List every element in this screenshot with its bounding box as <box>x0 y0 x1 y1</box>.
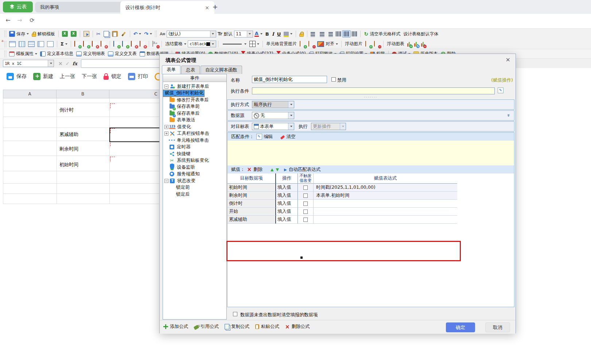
cancel-button[interactable]: 取消 <box>485 322 510 332</box>
redo-button[interactable]: ↷ <box>143 30 153 38</box>
tab-form[interactable]: 表单 <box>162 65 180 74</box>
tree-item-before-lock[interactable]: 锁定前 <box>163 184 226 191</box>
row-operation[interactable]: 填入值 <box>276 192 298 200</box>
tree-item-modify-open[interactable]: 修改打开表单后 <box>163 97 226 103</box>
no-trigger-checkbox[interactable] <box>303 210 308 214</box>
tree-item-assign-init[interactable]: 赋值_倒计时初始化 <box>163 90 226 97</box>
distribute-1-button[interactable] <box>334 31 342 37</box>
align-center-button[interactable] <box>318 31 326 38</box>
expand-chevrons-icon[interactable]: » <box>506 114 512 117</box>
tree-item-new-open[interactable]: −新建打开表单后 <box>163 83 226 90</box>
tree-item-toolbar-click[interactable]: +工具栏按钮单击 <box>163 130 226 137</box>
font-name-combo[interactable]: (默认) <box>167 31 216 38</box>
expand-toggle-icon[interactable]: + <box>164 132 168 136</box>
browser-tab-design-template[interactable]: 设计模板:倒计时 × <box>120 1 214 14</box>
insert-function-button[interactable]: fx <box>71 60 79 67</box>
clear-on-empty-checkbox[interactable] <box>233 312 237 316</box>
cell-label-remaining[interactable]: 剩余时间 <box>59 146 78 152</box>
delete-column-button[interactable]: × <box>138 40 147 48</box>
tree-item-clipboard-change[interactable]: ✂系统剪贴板变化 <box>163 157 226 164</box>
split-cells-button[interactable] <box>17 40 27 48</box>
delete-formula-button[interactable]: ×删除公式 <box>285 324 310 330</box>
form-next-button[interactable]: 下一张 <box>80 73 98 81</box>
ok-button[interactable]: 确定 <box>446 322 475 332</box>
row-item[interactable]: 初始时间 <box>228 184 276 192</box>
align-right-button[interactable] <box>326 31 334 38</box>
define-base-info-button[interactable]: 定义基本信息 <box>39 50 75 58</box>
collapse-toggle-icon[interactable]: − <box>164 179 168 183</box>
unlock-template-button[interactable]: 解锁模板 <box>30 30 57 38</box>
define-detail-table-button[interactable]: 定义明细表 <box>75 50 106 58</box>
float-image-remove-button[interactable]: − <box>373 40 381 48</box>
tab-custom-script[interactable]: 自定义脚本函数 <box>201 66 242 74</box>
paste-button[interactable] <box>110 30 119 38</box>
delete-cell-button[interactable]: × <box>90 40 99 48</box>
expand-toggle-icon[interactable]: + <box>164 125 168 129</box>
cell-bg-add-button[interactable]: + <box>298 40 307 48</box>
row-item[interactable]: 倒计时 <box>228 200 276 208</box>
tree-item-value-change[interactable]: +123值变化 <box>163 124 226 130</box>
form-save-button[interactable]: 保存 <box>5 72 28 81</box>
add-formula-button[interactable]: 添加公式 <box>163 324 188 330</box>
row-expression[interactable]: 时间戳(2025,1,1,01,00,00) <box>314 184 457 192</box>
column-header-b[interactable]: B <box>56 90 109 98</box>
cell-reference-combo[interactable]: 1R x 1C <box>3 60 54 67</box>
tree-item-shortcut[interactable]: 快捷键 <box>163 150 226 157</box>
design-default-font-button[interactable]: 设计表格默认字体 <box>402 30 440 38</box>
condition-input[interactable] <box>252 87 495 94</box>
tree-item-before-save[interactable]: ✓保存表单前 <box>163 103 226 110</box>
format-painter-button[interactable] <box>119 30 128 38</box>
auto-match-button[interactable]: ▶自动匹配表达式 <box>284 167 320 173</box>
cell-format-button[interactable] <box>46 40 55 48</box>
float-chart-edit-button[interactable]: ✎ <box>413 41 420 47</box>
move-up-button[interactable]: ▲ <box>271 168 273 172</box>
tree-item-timer[interactable]: 定时器 <box>163 144 226 151</box>
excel-export-button[interactable] <box>69 30 78 38</box>
excel-import-button[interactable] <box>61 30 69 38</box>
line-style-button[interactable] <box>220 42 248 47</box>
browser-tab-my-items[interactable]: 我的事项 <box>35 2 128 12</box>
row-expression[interactable] <box>314 200 457 208</box>
tree-item-after-save[interactable]: ✓保存表单后 <box>163 110 226 117</box>
selected-cell[interactable] <box>109 128 161 142</box>
tab-close-icon[interactable]: × <box>190 5 209 11</box>
sum-button[interactable]: Σ <box>59 40 69 47</box>
tree-item-cell-button-click[interactable]: •••单元格按钮单击 <box>163 137 226 144</box>
no-trigger-checkbox[interactable] <box>303 201 308 206</box>
define-cross-table-button[interactable]: 定义交叉表 <box>106 50 138 58</box>
save-button[interactable]: 保存 <box>8 30 30 38</box>
cell-bg-remove-button[interactable]: − <box>307 40 316 48</box>
font-scheme-button[interactable]: A≡ <box>158 31 167 37</box>
distribute-3-button[interactable] <box>350 31 358 37</box>
forward-icon[interactable]: → <box>15 17 24 24</box>
italic-button[interactable]: I <box>271 31 276 38</box>
tree-item-status-change[interactable]: −T状态改变 <box>163 177 226 184</box>
fill-color-button[interactable] <box>282 30 294 38</box>
align-left-button[interactable] <box>309 31 318 38</box>
cut-button[interactable]: ✂ <box>95 30 102 38</box>
copy-formula-button[interactable]: 复制公式 <box>225 324 249 330</box>
insert-row-button[interactable]: + <box>112 40 121 48</box>
tree-item-device-listen[interactable]: 设备监听 <box>163 164 226 171</box>
font-color-button[interactable]: A <box>253 30 264 38</box>
form-prev-button[interactable]: 上一张 <box>58 73 77 81</box>
float-chart-add-button[interactable]: + <box>406 41 413 47</box>
copy-button[interactable] <box>102 30 110 38</box>
confirm-entry-button[interactable]: ✓ <box>64 60 71 67</box>
cell-label-countdown[interactable]: 倒计时 <box>59 107 74 113</box>
float-chart-remove-button[interactable]: − <box>420 41 427 47</box>
insert-cell-left-button[interactable]: + <box>73 40 82 48</box>
image-align-button[interactable]: 对齐 <box>316 40 339 48</box>
form-new-button[interactable]: 新建 <box>32 72 55 81</box>
distribute-2-button[interactable] <box>342 31 350 37</box>
dialog-close-icon[interactable]: × <box>506 56 510 63</box>
exec-mode-select[interactable]: 顺序执行 <box>252 101 294 108</box>
row-operation[interactable]: 填入值 <box>276 184 298 192</box>
row-expression[interactable] <box>314 208 457 216</box>
tree-item-server-notify[interactable]: 服务端通知 <box>163 171 226 178</box>
freeze-panes-button[interactable]: 冻结窗格 <box>164 40 188 48</box>
exit-button[interactable] <box>82 30 91 38</box>
insert-cell-button[interactable]: + <box>82 40 90 48</box>
cell-label-aux[interactable]: 累减辅助 <box>59 131 78 138</box>
tree-item-after-lock[interactable]: 锁定后 <box>163 191 226 198</box>
